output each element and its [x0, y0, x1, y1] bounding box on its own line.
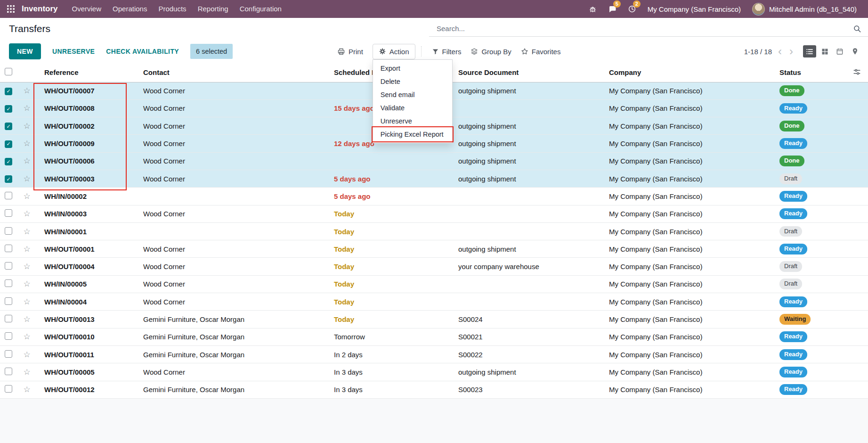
contact-cell: Gemini Furniture, Oscar Morgan — [136, 311, 326, 328]
search-input[interactable] — [436, 24, 849, 33]
view-map-button[interactable] — [848, 45, 861, 57]
contact-cell — [136, 188, 326, 205]
table-row[interactable]: ☆ WH/OUT/00001 Wood Corner Today outgoin… — [0, 240, 868, 258]
favorite-star-icon[interactable]: ☆ — [23, 279, 30, 288]
column-header-status[interactable]: Status — [772, 63, 845, 82]
row-checkbox[interactable] — [5, 279, 12, 287]
favorite-star-icon[interactable]: ☆ — [23, 350, 30, 359]
nav-item-overview[interactable]: Overview — [66, 0, 107, 18]
row-checkbox[interactable] — [5, 368, 12, 375]
filter-funnel-icon — [432, 48, 439, 55]
action-menu-item-export[interactable]: Export — [373, 62, 452, 75]
search-icon[interactable] — [853, 25, 861, 33]
favorite-star-icon[interactable]: ☆ — [23, 262, 30, 271]
search-bar[interactable] — [429, 21, 868, 37]
row-checkbox[interactable]: ✓ — [5, 105, 12, 113]
table-row[interactable]: ☆ WH/OUT/00005 Wood Corner In 3 days out… — [0, 363, 868, 381]
view-calendar-button[interactable] — [833, 45, 846, 57]
favorites-button[interactable]: Favorites — [516, 44, 566, 59]
row-checkbox[interactable] — [5, 245, 12, 252]
company-switcher[interactable]: My Company (San Francisco) — [648, 5, 741, 13]
row-checkbox[interactable] — [5, 192, 12, 199]
favorite-star-icon[interactable]: ☆ — [23, 86, 30, 95]
select-all-checkbox[interactable] — [5, 68, 12, 75]
table-row[interactable]: ☆ WH/OUT/00013 Gemini Furniture, Oscar M… — [0, 311, 868, 328]
view-list-button[interactable] — [803, 45, 816, 57]
pager-next-button[interactable]: › — [788, 46, 795, 57]
table-row[interactable]: ✓ ☆ WH/OUT/00006 Wood Corner outgoing sh… — [0, 152, 868, 170]
nav-item-products[interactable]: Products — [153, 0, 192, 18]
source-document-cell — [451, 188, 601, 205]
apps-menu-button[interactable] — [0, 0, 22, 18]
favorite-star-icon[interactable]: ☆ — [23, 139, 30, 148]
column-header-company[interactable]: Company — [601, 63, 772, 82]
row-checkbox[interactable]: ✓ — [5, 175, 12, 183]
row-checkbox[interactable] — [5, 297, 12, 305]
table-row[interactable]: ✓ ☆ WH/OUT/00003 Wood Corner 5 days ago … — [0, 170, 868, 187]
user-menu[interactable]: Mitchell Admin (db_16_540) — [752, 3, 857, 16]
print-button[interactable]: Print — [333, 44, 368, 59]
favorite-star-icon[interactable]: ☆ — [23, 368, 30, 377]
row-checkbox[interactable]: ✓ — [5, 123, 12, 130]
action-button[interactable]: Action — [373, 44, 415, 59]
filters-button[interactable]: Filters — [427, 44, 466, 59]
favorite-star-icon[interactable]: ☆ — [23, 156, 30, 165]
favorite-star-icon[interactable]: ☆ — [23, 192, 30, 201]
view-switcher — [803, 45, 861, 57]
table-row[interactable]: ☆ WH/IN/00002 5 days ago My Company (San… — [0, 188, 868, 205]
nav-item-reporting[interactable]: Reporting — [192, 0, 234, 18]
check-availability-button[interactable]: CHECK AVAILABILITY — [106, 48, 179, 55]
row-checkbox[interactable] — [5, 209, 12, 217]
table-row[interactable]: ☆ WH/OUT/00010 Gemini Furniture, Oscar M… — [0, 328, 868, 345]
app-name[interactable]: Inventory — [22, 4, 58, 14]
row-checkbox[interactable] — [5, 262, 12, 270]
pager-previous-button[interactable]: ‹ — [777, 46, 783, 57]
nav-item-operations[interactable]: Operations — [107, 0, 153, 18]
table-row[interactable]: ☆ WH/IN/00003 Wood Corner Today My Compa… — [0, 205, 868, 222]
favorite-star-icon[interactable]: ☆ — [23, 104, 30, 113]
favorite-star-icon[interactable]: ☆ — [23, 174, 30, 183]
new-button[interactable]: NEW — [9, 43, 41, 59]
action-menu-item-unreserve[interactable]: Unreserve — [373, 115, 452, 128]
column-options-icon[interactable] — [853, 68, 861, 76]
row-checkbox[interactable] — [5, 227, 12, 235]
view-kanban-button[interactable] — [818, 45, 831, 57]
table-row[interactable]: ☆ WH/IN/00004 Wood Corner Today My Compa… — [0, 293, 868, 311]
favorite-star-icon[interactable]: ☆ — [23, 245, 30, 254]
messages-icon[interactable]: 5 — [608, 5, 617, 13]
scheduled-date-cell: 5 days ago — [326, 170, 451, 187]
unreserve-button[interactable]: UNRESERVE — [52, 48, 95, 55]
action-menu-item-validate[interactable]: Validate — [373, 101, 452, 115]
favorite-star-icon[interactable]: ☆ — [23, 122, 30, 131]
row-checkbox[interactable]: ✓ — [5, 158, 12, 165]
action-menu-item-picking-excel-report[interactable]: Picking Excel Report — [373, 128, 452, 141]
row-checkbox[interactable] — [5, 332, 12, 340]
row-checkbox[interactable]: ✓ — [5, 88, 12, 95]
row-checkbox[interactable] — [5, 385, 12, 393]
column-header-source-document[interactable]: Source Document — [451, 63, 601, 82]
favorite-star-icon[interactable]: ☆ — [23, 209, 30, 218]
column-header-reference[interactable]: Reference — [37, 63, 136, 82]
favorite-star-icon[interactable]: ☆ — [23, 385, 30, 394]
row-checkbox[interactable] — [5, 350, 12, 358]
group-by-button[interactable]: Group By — [466, 44, 516, 59]
table-row[interactable]: ☆ WH/IN/00001 Today My Company (San Fran… — [0, 222, 868, 240]
activities-clock-icon[interactable]: 2 — [628, 5, 636, 13]
table-row[interactable]: ☆ WH/OUT/00012 Gemini Furniture, Oscar M… — [0, 381, 868, 398]
table-row[interactable]: ☆ WH/OUT/00011 Gemini Furniture, Oscar M… — [0, 345, 868, 363]
row-checkbox[interactable] — [5, 315, 12, 322]
toolbar-separator — [421, 46, 422, 57]
row-checkbox[interactable]: ✓ — [5, 140, 12, 148]
apps-grid-icon — [7, 5, 15, 13]
action-menu-item-send-email[interactable]: Send email — [373, 88, 452, 101]
column-header-contact[interactable]: Contact — [136, 63, 326, 82]
table-row[interactable]: ☆ WH/IN/00005 Wood Corner Today My Compa… — [0, 275, 868, 293]
favorite-star-icon[interactable]: ☆ — [23, 332, 30, 341]
favorite-star-icon[interactable]: ☆ — [23, 315, 30, 324]
favorite-star-icon[interactable]: ☆ — [23, 227, 30, 236]
favorite-star-icon[interactable]: ☆ — [23, 297, 30, 306]
debug-bug-icon[interactable] — [589, 5, 597, 13]
table-row[interactable]: ☆ WH/OUT/00004 Wood Corner Today your co… — [0, 258, 868, 275]
action-menu-item-delete[interactable]: Delete — [373, 75, 452, 88]
nav-item-configuration[interactable]: Configuration — [234, 0, 287, 18]
